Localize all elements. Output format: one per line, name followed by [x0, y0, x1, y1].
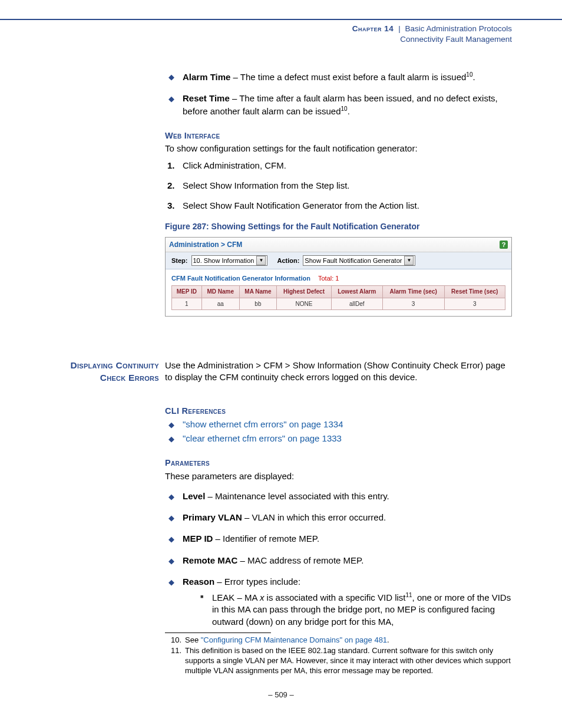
list-item: Reset Time – The time after a fault alar…: [165, 93, 512, 117]
chapter-title: Basic Administration Protocols: [405, 24, 512, 33]
footnotes: 10. See "Configuring CFM Maintenance Dom…: [171, 635, 512, 677]
list-item: "show ethernet cfm errors" on page 1334: [165, 419, 512, 430]
cli-link[interactable]: "show ethernet cfm errors" on page 1334: [183, 419, 343, 429]
section-side-heading: Displaying Continuity Check Errors: [67, 360, 159, 384]
footnote-item: 10. See "Configuring CFM Maintenance Dom…: [171, 635, 512, 645]
param-desc: – Identifier of remote MEP.: [213, 533, 319, 543]
param-tail: .: [348, 106, 350, 116]
col-header: Highest Defect: [277, 286, 332, 298]
reason-pre: LEAK – MA: [212, 592, 260, 602]
footnote-text: This definition is based on the IEEE 802…: [185, 646, 512, 676]
steps-list: Click Administration, CFM. Select Show I…: [165, 160, 512, 212]
footnote-item: 11. This definition is based on the IEEE…: [171, 646, 512, 676]
reason-mid: is associated with a specific VID list: [264, 592, 405, 602]
cell: bb: [239, 298, 277, 310]
web-interface-heading: Web Interface: [165, 130, 512, 142]
step-item: Select Show Information from the Step li…: [165, 180, 512, 192]
action-select[interactable]: Show Fault Notification Generator ▼: [303, 255, 415, 266]
help-icon[interactable]: ?: [500, 241, 508, 249]
screenshot-subtitle: CFM Fault Notification Generator Informa…: [166, 269, 511, 285]
top-param-list: Alarm Time – The time a defect must exis…: [165, 71, 512, 117]
chapter-subtitle: Connectivity Fault Management: [400, 35, 512, 44]
col-header: MA Name: [239, 286, 277, 298]
step-item: Select Show Fault Notification Generator…: [165, 200, 512, 212]
step-item: Click Administration, CFM.: [165, 160, 512, 172]
list-item: Remote MAC – MAC address of remote MEP.: [165, 555, 512, 566]
screenshot-toolbar: Step: 10. Show Information ▼ Action: Sho…: [166, 252, 511, 269]
footnote-ref: 10: [341, 106, 348, 112]
screenshot-panel: Administration > CFM ? Step: 10. Show In…: [165, 237, 512, 317]
parameters-intro: These parameters are displayed:: [165, 470, 512, 482]
param-tail: .: [472, 72, 475, 82]
footnote-link[interactable]: "Configuring CFM Maintenance Domains" on…: [201, 635, 387, 644]
footnote-ref: 11: [405, 592, 412, 598]
reason-sublist: LEAK – MA x is associated with a specifi…: [183, 591, 512, 628]
param-label: MEP ID: [183, 533, 213, 543]
col-header: MD Name: [201, 286, 239, 298]
list-item: Primary VLAN – VLAN in which this error …: [165, 512, 512, 523]
param-desc: – VLAN in which this error occurred.: [242, 512, 386, 522]
list-item: Level – Maintenance level associated wit…: [165, 490, 512, 502]
parameters-list: Level – Maintenance level associated wit…: [165, 490, 512, 628]
col-header: Reset Time (sec): [444, 286, 505, 298]
cell: 3: [444, 298, 505, 310]
param-desc: – Maintenance level associated with this…: [205, 491, 389, 501]
list-item: "clear ethernet cfm errors" on page 1333: [165, 433, 512, 444]
header-sep: |: [396, 24, 403, 33]
param-label: Primary VLAN: [183, 512, 242, 522]
param-label: Level: [183, 491, 205, 501]
cell: 3: [382, 298, 444, 310]
section-intro: Use the Administration > CFM > Show Info…: [165, 360, 512, 384]
footnote-ref: 10: [466, 71, 472, 78]
col-header: MEP ID: [172, 286, 202, 298]
param-label: Reset Time: [183, 93, 230, 103]
param-label: Remote MAC: [183, 555, 237, 565]
footnote-pre: See: [185, 635, 201, 644]
param-label: Reason: [183, 577, 214, 587]
cli-references-heading: CLI References: [165, 406, 512, 417]
cli-links-list: "show ethernet cfm errors" on page 1334 …: [165, 419, 512, 445]
action-value: Show Fault Notification Generator: [305, 256, 402, 265]
list-item: MEP ID – Identifier of remote MEP.: [165, 533, 512, 545]
info-table: MEP ID MD Name MA Name Highest Defect Lo…: [171, 285, 505, 310]
step-select[interactable]: 10. Show Information ▼: [191, 255, 268, 266]
chapter-label: Chapter 14: [352, 24, 394, 33]
action-label: Action:: [277, 256, 299, 265]
list-item: Alarm Time – The time a defect must exis…: [165, 71, 512, 83]
footnote-rule: [165, 633, 271, 633]
list-item: Reason – Error types include: LEAK – MA …: [165, 576, 512, 628]
breadcrumb[interactable]: Administration > CFM: [169, 240, 242, 249]
param-desc: – The time a defect must exist before a …: [230, 72, 466, 82]
param-desc: – The time after a fault alarm has been …: [183, 93, 498, 116]
cell: aa: [201, 298, 239, 310]
footnote-num: 11.: [171, 646, 185, 676]
list-item: LEAK – MA x is associated with a specifi…: [183, 591, 512, 628]
info-title: CFM Fault Notification Generator Informa…: [171, 275, 310, 282]
table-header-row: MEP ID MD Name MA Name Highest Defect Lo…: [172, 286, 505, 298]
page-number: – 509 –: [0, 690, 562, 700]
chevron-down-icon: ▼: [404, 256, 414, 265]
top-rule: [0, 19, 562, 20]
footnote-num: 10.: [171, 635, 185, 645]
step-label: Step:: [171, 256, 188, 265]
col-header: Alarm Time (sec): [382, 286, 444, 298]
web-interface-intro: To show configuration settings for the f…: [165, 143, 512, 154]
page-header: Chapter 14 | Basic Administration Protoc…: [352, 24, 512, 45]
total-label: Total: 1: [318, 275, 339, 282]
chevron-down-icon: ▼: [256, 256, 266, 265]
param-desc: – MAC address of remote MEP.: [237, 555, 363, 565]
cell: NONE: [277, 298, 332, 310]
cli-link[interactable]: "clear ethernet cfm errors" on page 1333: [183, 433, 342, 443]
table-row: 1 aa bb NONE allDef 3 3: [172, 298, 505, 310]
col-header: Lowest Alarm: [331, 286, 382, 298]
step-value: 10. Show Information: [193, 256, 254, 265]
cell: 1: [172, 298, 202, 310]
param-desc: – Error types include:: [214, 577, 300, 587]
param-label: Alarm Time: [183, 72, 230, 82]
footnote-post: .: [387, 635, 389, 644]
cell: allDef: [331, 298, 382, 310]
figure-caption: Figure 287: Showing Settings for the Fau…: [165, 221, 512, 232]
parameters-heading: Parameters: [165, 457, 512, 469]
